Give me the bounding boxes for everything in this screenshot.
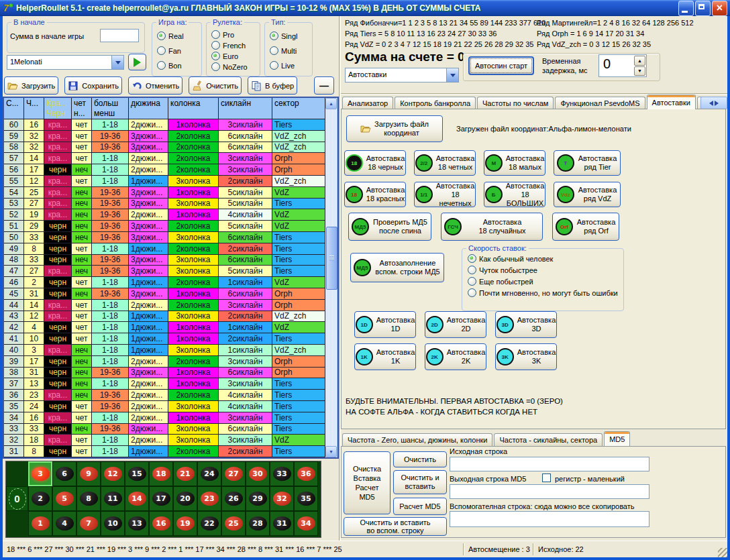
table-cell[interactable]: 3дюжи... <box>129 424 168 435</box>
table-cell[interactable]: чет <box>72 412 92 424</box>
table-cell[interactable]: чет <box>72 333 92 345</box>
table-cell[interactable]: 19 <box>24 209 44 221</box>
table-cell[interactable]: 2колонка <box>168 390 219 401</box>
table-cell[interactable]: VdZ <box>272 221 325 232</box>
table-cell[interactable]: 1дюжи... <box>129 322 168 333</box>
table-cell[interactable]: 3колонка <box>168 311 219 323</box>
table-cell[interactable]: 1сиклайн <box>219 322 272 333</box>
table-cell[interactable]: Tiers <box>272 424 325 435</box>
table-cell[interactable]: Orph <box>272 356 325 368</box>
table-cell[interactable]: чет <box>72 142 92 154</box>
table-cell[interactable]: VdZ <box>272 187 325 199</box>
board-cell-6[interactable]: 6 <box>52 461 76 486</box>
radio-speed-3[interactable]: Почти мгновенно, но могут быть ошибки <box>468 288 618 297</box>
table-cell[interactable]: 52 <box>4 209 24 221</box>
table-cell[interactable]: 2дюжи... <box>129 300 168 311</box>
board-cell-31[interactable]: 31 <box>270 511 294 536</box>
table-cell[interactable]: 6сиклайн <box>219 288 272 300</box>
table-cell[interactable]: 2колонка <box>168 164 219 176</box>
table-cell[interactable]: чет <box>72 176 92 187</box>
board-cell-28[interactable]: 28 <box>246 511 270 536</box>
board-cell-18[interactable]: 18 <box>149 461 173 486</box>
table-cell[interactable]: 1-18 <box>92 345 129 356</box>
table-cell[interactable]: 24 <box>24 401 44 412</box>
table-cell[interactable]: чет <box>72 131 92 142</box>
table-cell[interactable]: 1-18 <box>92 311 129 323</box>
tab-scroll-right-icon[interactable] <box>715 101 719 106</box>
table-cell[interactable]: неч <box>72 390 92 401</box>
table-cell[interactable]: Orph <box>272 153 325 164</box>
table-cell[interactable]: 31 <box>24 368 44 379</box>
tab-1[interactable]: Контроль банкролла <box>395 97 476 109</box>
table-cell[interactable]: 12 <box>24 311 44 323</box>
table-cell[interactable]: 56 <box>4 164 24 176</box>
table-cell[interactable]: 1-18 <box>92 243 129 255</box>
table-cell[interactable]: черн <box>44 333 72 345</box>
table-cell[interactable]: 1-18 <box>92 322 129 333</box>
board-cell-8[interactable]: 8 <box>76 486 101 511</box>
table-cell[interactable]: 1дюжи... <box>129 333 168 345</box>
table-cell[interactable]: 4сиклайн <box>219 209 272 221</box>
table-cell[interactable]: 5сиклайн <box>219 199 272 210</box>
table-cell[interactable]: чет <box>72 446 92 457</box>
table-cell[interactable]: Orph <box>272 300 325 311</box>
table-cell[interactable]: кра... <box>44 187 72 199</box>
table-cell[interactable]: 2колонка <box>168 356 219 368</box>
tab-2[interactable]: Частоты по числам <box>477 97 554 109</box>
table-cell[interactable]: 1-18 <box>92 164 129 176</box>
table-cell[interactable]: 48 <box>4 255 24 266</box>
table-cell[interactable]: 49 <box>4 243 24 255</box>
table-cell[interactable]: 46 <box>4 277 24 288</box>
table-cell[interactable]: 3дюжи... <box>129 221 168 232</box>
table-cell[interactable]: 1колонка <box>168 209 219 221</box>
board-cell-22[interactable]: 22 <box>197 511 221 536</box>
table-cell[interactable]: Tiers <box>272 390 325 401</box>
autobet-row3-2[interactable]: OrfАвтоставкаряд Orf <box>552 213 619 241</box>
board-cell-17[interactable]: 17 <box>149 486 173 511</box>
table-cell[interactable]: 2дюжи... <box>129 435 168 446</box>
register-checkbox[interactable] <box>542 473 551 482</box>
table-cell[interactable]: 1дюжи... <box>129 446 168 457</box>
table-cell[interactable]: чет <box>72 119 92 131</box>
table-cell[interactable]: VdZ <box>272 277 325 288</box>
table-cell[interactable]: 3дюжи... <box>129 266 168 277</box>
freq-tab-1[interactable]: Частота - сиклайны, сектора <box>494 433 603 446</box>
table-cell[interactable]: 16 <box>24 119 44 131</box>
table-cell[interactable]: 1дюжи... <box>129 243 168 255</box>
table-cell[interactable]: 2колонка <box>168 277 219 288</box>
delay-spinner[interactable]: 0 ▲ ▼ <box>598 54 647 77</box>
table-cell[interactable]: 6сиклайн <box>219 131 272 142</box>
table-cell[interactable]: 4 <box>24 322 44 333</box>
table-cell[interactable]: 2дюжи... <box>129 356 168 368</box>
tab-0[interactable]: Анализатор <box>342 97 393 109</box>
table-cell[interactable]: Tiers <box>272 412 325 424</box>
table-cell[interactable]: 2колонка <box>168 131 219 142</box>
table-cell[interactable]: 6сиклайн <box>219 232 272 243</box>
table-cell[interactable]: 34 <box>4 412 24 424</box>
table-cell[interactable]: 14 <box>24 300 44 311</box>
table-cell[interactable]: 2дюжи... <box>129 412 168 424</box>
table-cell[interactable]: 1-18 <box>92 300 129 311</box>
table-cell[interactable]: 2колонка <box>168 300 219 311</box>
table-cell[interactable]: 16 <box>24 412 44 424</box>
table-cell[interactable]: 32 <box>4 435 24 446</box>
table-cell[interactable]: 1-18 <box>92 435 129 446</box>
table-cell[interactable]: неч <box>72 266 92 277</box>
board-cell-36[interactable]: 36 <box>294 461 318 486</box>
close-button[interactable] <box>712 1 727 16</box>
table-cell[interactable]: 2дюжи... <box>129 119 168 131</box>
table-cell[interactable]: 33 <box>24 232 44 243</box>
table-cell[interactable]: кра... <box>44 435 72 446</box>
table-cell[interactable]: 32 <box>24 131 44 142</box>
table-cell[interactable]: 31 <box>4 446 24 457</box>
table-cell[interactable]: 2колонка <box>168 142 219 154</box>
table-cell[interactable]: черн <box>44 288 72 300</box>
table-cell[interactable]: VdZ_zch <box>272 176 325 187</box>
table-cell[interactable]: 2дюжи... <box>129 401 168 412</box>
table-cell[interactable]: 1колонка <box>168 378 219 390</box>
autobet-row1-0[interactable]: 18Автоставка18 черных <box>344 150 406 176</box>
radio-type-multi[interactable]: Multi <box>270 46 297 55</box>
table-cell[interactable]: 2колонка <box>168 243 219 255</box>
autobet-row1-3[interactable]: TАвтоставкаряд Tier <box>554 150 621 176</box>
table-cell[interactable]: Orph <box>272 164 325 176</box>
